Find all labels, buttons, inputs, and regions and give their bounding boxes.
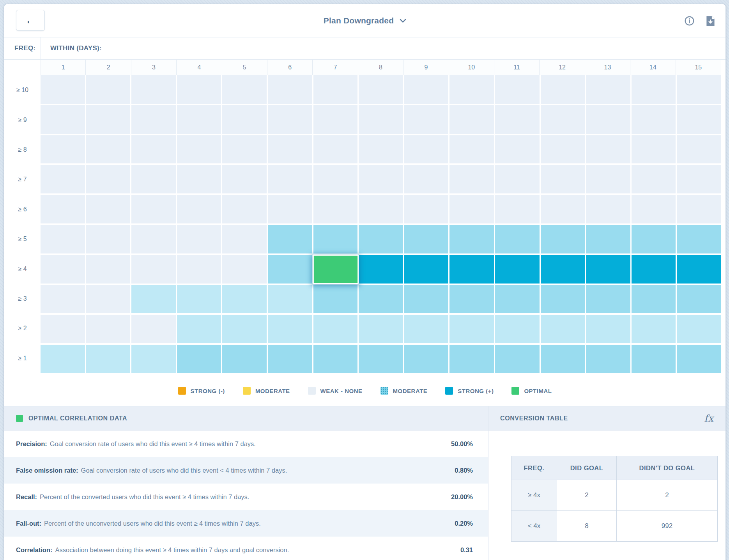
heatmap-cell[interactable] [586,225,630,253]
heatmap-cell[interactable] [495,195,540,223]
heatmap-cell[interactable] [632,285,676,314]
heatmap-cell[interactable] [359,285,403,314]
heatmap-cell[interactable] [541,255,585,284]
heatmap-cell[interactable] [268,225,312,253]
heatmap-cell[interactable] [359,165,403,193]
heatmap-cell[interactable] [86,225,131,253]
heatmap-cell[interactable] [449,225,494,253]
heatmap-cell[interactable] [586,105,630,134]
heatmap-cell[interactable] [586,165,630,193]
heatmap-cell[interactable] [86,195,131,223]
heatmap-cell[interactable] [222,345,267,373]
heatmap-cell[interactable] [177,255,221,284]
heatmap-cell[interactable] [541,195,585,223]
heatmap-cell[interactable] [131,75,176,104]
heatmap-cell[interactable] [222,285,267,314]
heatmap-cell[interactable] [41,75,85,104]
heatmap-cell[interactable] [359,135,403,164]
heatmap-cell[interactable] [86,315,131,343]
heatmap-cell[interactable] [449,255,494,284]
heatmap-cell[interactable] [268,315,312,343]
heatmap-cell[interactable] [177,315,221,343]
heatmap-cell[interactable] [677,75,721,104]
heatmap-cell[interactable] [404,255,449,284]
info-button[interactable] [684,16,695,26]
heatmap-cell[interactable] [359,315,403,343]
heatmap-cell[interactable] [41,195,85,223]
heatmap-cell[interactable] [586,135,630,164]
heatmap-cell[interactable] [268,255,312,284]
heatmap-cell[interactable] [222,255,267,284]
heatmap-cell[interactable] [222,225,267,253]
heatmap-cell[interactable] [495,345,540,373]
heatmap-cell[interactable] [41,255,85,284]
heatmap-cell[interactable] [677,195,721,223]
heatmap-cell[interactable] [404,75,449,104]
heatmap-cell[interactable] [313,285,358,314]
heatmap-cell[interactable] [359,345,403,373]
heatmap-cell[interactable] [586,285,630,314]
heatmap-cell[interactable] [313,135,358,164]
heatmap-cell[interactable] [632,195,676,223]
heatmap-cell[interactable] [177,225,221,253]
heatmap-cell[interactable] [41,105,85,134]
heatmap-cell[interactable] [41,285,85,314]
heatmap-cell[interactable] [586,345,630,373]
heatmap-cell[interactable] [632,255,676,284]
heatmap-cell[interactable] [41,135,85,164]
heatmap-cell[interactable] [313,225,358,253]
heatmap-cell[interactable] [449,195,494,223]
heatmap-cell[interactable] [313,345,358,373]
heatmap-cell[interactable] [495,255,540,284]
heatmap-cell[interactable] [359,225,403,253]
heatmap-cell[interactable] [222,195,267,223]
heatmap-cell[interactable] [86,345,131,373]
heatmap-cell[interactable] [541,285,585,314]
heatmap-cell[interactable] [404,165,449,193]
heatmap-cell[interactable] [632,225,676,253]
heatmap-cell[interactable] [677,285,721,314]
heatmap-cell[interactable] [449,315,494,343]
heatmap-cell[interactable] [41,165,85,193]
heatmap-cell[interactable] [177,165,221,193]
heatmap-cell[interactable] [268,105,312,134]
heatmap-cell[interactable] [632,345,676,373]
heatmap-cell[interactable] [632,75,676,104]
heatmap-cell[interactable] [404,315,449,343]
title-dropdown[interactable]: Plan Downgraded [4,4,725,37]
heatmap-cell[interactable] [131,135,176,164]
heatmap-cell[interactable] [131,315,176,343]
heatmap-cell[interactable] [41,315,85,343]
heatmap-cell[interactable] [359,75,403,104]
heatmap-cell[interactable] [177,135,221,164]
heatmap-cell[interactable] [86,105,131,134]
heatmap-cell[interactable] [177,75,221,104]
heatmap-cell[interactable] [131,225,176,253]
heatmap-cell[interactable] [541,105,585,134]
heatmap-cell[interactable] [677,165,721,193]
heatmap-cell[interactable] [449,75,494,104]
heatmap-cell[interactable] [359,195,403,223]
heatmap-cell[interactable] [131,105,176,134]
heatmap-cell[interactable] [268,135,312,164]
download-button[interactable] [706,16,715,26]
heatmap-cell[interactable] [677,105,721,134]
heatmap-cell[interactable] [177,195,221,223]
heatmap-cell[interactable] [177,345,221,373]
heatmap-cell[interactable] [495,225,540,253]
heatmap-cell[interactable] [268,345,312,373]
heatmap-cell[interactable] [449,135,494,164]
heatmap-cell[interactable] [86,165,131,193]
heatmap-cell[interactable] [222,105,267,134]
heatmap-cell-selected[interactable] [312,254,358,284]
heatmap-cell[interactable] [404,225,449,253]
heatmap-cell[interactable] [495,285,540,314]
heatmap-cell[interactable] [586,255,630,284]
heatmap-cell[interactable] [541,75,585,104]
heatmap-cell[interactable] [404,105,449,134]
heatmap-cell[interactable] [131,255,176,284]
formula-button[interactable]: fx [704,413,714,424]
heatmap-cell[interactable] [222,165,267,193]
heatmap-cell[interactable] [222,75,267,104]
heatmap-cell[interactable] [41,225,85,253]
